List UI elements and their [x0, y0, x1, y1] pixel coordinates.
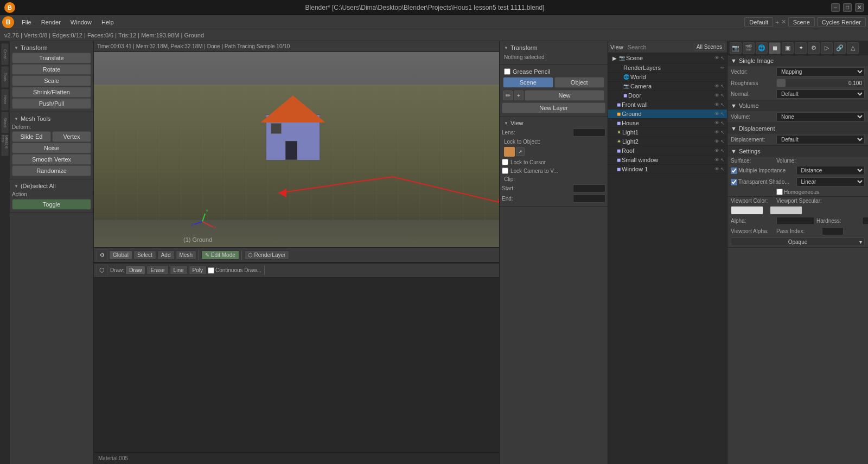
vtab-tools[interactable]: Tools	[1, 66, 9, 88]
menu-help[interactable]: Help	[97, 18, 118, 27]
menu-file[interactable]: File	[17, 18, 36, 27]
volume-header[interactable]: ▼ Volume	[727, 100, 868, 111]
sw-eye[interactable]: 👁	[714, 157, 719, 163]
cam-cursor[interactable]: ↖	[720, 83, 725, 89]
scene-selector[interactable]: Scene	[788, 17, 815, 27]
multiple-importance-check[interactable]	[731, 167, 737, 174]
l2-cursor[interactable]: ↖	[720, 139, 725, 144]
rl-edit[interactable]: ✏	[720, 65, 725, 70]
outliner-renderlayers[interactable]: RenderLayers ✏	[608, 63, 727, 73]
lock-camera-check[interactable]	[502, 167, 508, 174]
props-icon-constraints[interactable]: 🔗	[834, 42, 846, 54]
outliner-camera[interactable]: 📷 Camera 👁 ↖	[608, 82, 727, 91]
transform-panel-title[interactable]: ▼ Transform	[502, 43, 605, 52]
vtab-history[interactable]: Histo	[1, 89, 9, 111]
normal-select[interactable]: Default	[776, 89, 865, 99]
props-icon-scene[interactable]: 🎬	[743, 42, 755, 54]
workspace-selector[interactable]: Default	[744, 17, 773, 27]
scene-eye[interactable]: 👁	[714, 55, 719, 61]
door-eye[interactable]: 👁	[714, 93, 719, 98]
props-icon-texture[interactable]: ▣	[782, 42, 794, 54]
scene-cursor[interactable]: ↖	[720, 55, 725, 61]
menu-render[interactable]: Render	[37, 18, 65, 27]
roof-cursor[interactable]: ↖	[720, 148, 725, 153]
house-eye[interactable]: 👁	[714, 120, 719, 126]
pass-index-input[interactable]: 0	[822, 227, 844, 235]
object-tab-btn[interactable]: Object	[554, 77, 605, 88]
view-header[interactable]: ▼ View	[502, 119, 605, 127]
outliner-roof[interactable]: ◼ Roof 👁 ↖	[608, 146, 727, 156]
rotate-button[interactable]: Rotate	[12, 64, 91, 75]
props-icon-particles[interactable]: ✦	[795, 42, 807, 54]
fw-eye[interactable]: 👁	[714, 102, 719, 107]
edit-mode-btn[interactable]: ✎ Edit Mode	[201, 250, 239, 260]
push-pull-button[interactable]: Push/Pull	[12, 98, 91, 109]
distance-select[interactable]: Distance	[796, 166, 865, 175]
w1-eye[interactable]: 👁	[714, 166, 719, 172]
outliner-scene[interactable]: ▶ 📷 Scene 👁 ↖	[608, 53, 727, 63]
homogeneous-check[interactable]	[776, 189, 783, 195]
house-cursor[interactable]: ↖	[720, 120, 725, 126]
scale-button[interactable]: Scale	[12, 75, 91, 86]
line-btn[interactable]: Line	[170, 266, 188, 275]
vertex-button[interactable]: Vertex	[52, 131, 91, 142]
draw-btn[interactable]: Draw	[125, 266, 145, 275]
workspace-add[interactable]: +	[775, 19, 778, 25]
continuous-draw-check[interactable]	[208, 267, 214, 274]
new-btn[interactable]: New	[525, 90, 604, 101]
l2-eye[interactable]: 👁	[714, 139, 719, 144]
new-edit-btn[interactable]: ✏	[503, 91, 513, 100]
lock-cursor-check[interactable]	[502, 159, 508, 165]
toggle-button[interactable]: Toggle	[12, 199, 91, 210]
displacement-header[interactable]: ▼ Displacement	[727, 123, 868, 134]
props-icon-object[interactable]: ▷	[821, 42, 833, 54]
grease-pencil-header[interactable]: Grease Pencil	[502, 67, 605, 76]
l1-cursor[interactable]: ↖	[720, 130, 725, 135]
vtab-create[interactable]: Creat	[1, 43, 9, 65]
gnd-eye[interactable]: 👁	[714, 111, 719, 117]
single-image-header[interactable]: ▼ Single Image	[727, 55, 868, 66]
w1-cursor[interactable]: ↖	[720, 166, 725, 172]
node-canvas[interactable]: ◆ Texture Coordinate Generated Normal	[94, 278, 499, 452]
new-plus-btn[interactable]: +	[514, 91, 524, 100]
outliner-window1[interactable]: ◼ Window 1 👁 ↖	[608, 165, 727, 174]
deselect-header[interactable]: ▼ (De)select All	[12, 182, 91, 190]
l1-eye[interactable]: 👁	[714, 130, 719, 135]
displacement-select[interactable]: Default	[776, 135, 865, 144]
outliner-search[interactable]: Search	[628, 44, 647, 50]
randomize-button[interactable]: Randomize	[12, 165, 91, 176]
mesh-tools-header[interactable]: ▼ Mesh Tools	[12, 114, 91, 123]
outliner-light1[interactable]: ☀ Light1 👁 ↖	[608, 128, 727, 137]
view-options-button[interactable]: ⚙	[96, 249, 108, 261]
sw-cursor[interactable]: ↖	[720, 157, 725, 163]
transparent-shading-check[interactable]	[731, 179, 737, 185]
all-scenes-selector[interactable]: All Scenes	[694, 43, 725, 51]
viewport-color-swatch[interactable]	[731, 206, 763, 215]
menu-window[interactable]: Window	[66, 18, 96, 27]
settings-header[interactable]: ▼ Settings	[727, 146, 868, 157]
lens-input[interactable]: 36.100	[573, 128, 605, 137]
add-menu[interactable]: Add	[157, 250, 175, 260]
mesh-menu[interactable]: Mesh	[176, 250, 196, 260]
grease-pencil-check[interactable]	[504, 68, 510, 75]
translate-button[interactable]: Translate	[12, 53, 91, 63]
maximize-button[interactable]: □	[843, 3, 852, 12]
alpha-input[interactable]: 1.000	[776, 217, 814, 225]
props-icon-data[interactable]: △	[847, 42, 859, 54]
engine-selector[interactable]: Cycles Render	[817, 17, 866, 27]
slide-edge-button[interactable]: Slide Ed	[12, 131, 51, 142]
workspace-close[interactable]: ✕	[781, 18, 786, 25]
poly-btn[interactable]: Poly	[189, 266, 207, 275]
vtab-greasepencil[interactable]: Greas e Pen	[1, 134, 9, 156]
view-menu[interactable]: Global	[109, 250, 132, 260]
viewport-specular-swatch[interactable]	[770, 206, 802, 215]
transform-header[interactable]: ▼ Transform	[12, 43, 91, 52]
props-icon-world[interactable]: 🌐	[756, 42, 768, 54]
start-input[interactable]: 0.001	[573, 184, 605, 192]
cam-eye[interactable]: 👁	[714, 83, 719, 89]
props-icon-material[interactable]: ◼	[769, 42, 781, 54]
erase-btn[interactable]: Erase	[146, 266, 168, 275]
new-layer-btn[interactable]: New Layer	[502, 102, 605, 113]
linear-select[interactable]: Linear	[796, 177, 865, 186]
node-editor-icon[interactable]: ⬡	[96, 265, 108, 276]
